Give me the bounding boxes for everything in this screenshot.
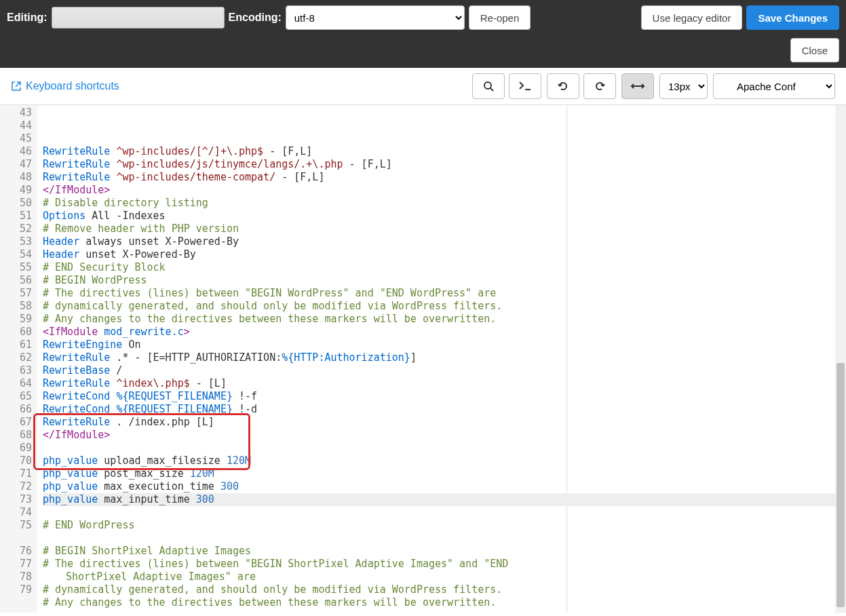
code-line[interactable]: # dynamically generated, and should only… [43,300,846,313]
code-line[interactable]: RewriteCond %{REQUEST_FILENAME} !-d [43,403,846,416]
code-line[interactable]: Options All -Indexes [43,210,846,223]
line-number: 66 [0,403,32,416]
line-number: 73 [0,493,32,506]
code-content[interactable]: RewriteRule ^wp-includes/[^/]+\.php$ - [… [37,105,846,613]
line-number: 51 [0,210,32,223]
code-line[interactable] [43,532,846,545]
code-line[interactable]: php_value upload_max_filesize 120M [43,455,846,467]
code-line[interactable] [43,609,846,613]
code-line[interactable]: # dynamically generated, and should only… [43,583,846,596]
code-line[interactable]: RewriteBase / [43,364,846,377]
line-number: 57 [0,287,32,300]
code-line[interactable]: Header unset X-Powered-By [43,248,846,261]
editor-area: 4344454647484950515253545556575859606162… [0,105,846,613]
code-line[interactable]: # BEGIN WordPress [43,274,846,287]
line-number: 72 [0,480,32,493]
editing-label: Editing: [7,12,47,24]
font-size-select[interactable]: 13px [659,73,708,99]
line-number: 76 [0,545,32,558]
svg-point-0 [484,82,491,89]
code-line[interactable]: php_value max_execution_time 300 [43,480,846,493]
line-number: 50 [0,197,32,210]
terminal-button[interactable] [509,73,541,99]
editor-toolbar: Keyboard shortcuts 13px Apache Conf [0,68,846,105]
code-line[interactable]: # END Security Block [43,261,846,274]
line-number: 65 [0,390,32,403]
code-line[interactable]: php_value post_max_size 120M [43,467,846,480]
header-row2: Close [7,38,839,62]
code-line[interactable]: </IfModule> [43,429,846,442]
keyboard-shortcuts-label: Keyboard shortcuts [26,80,119,92]
save-changes-button[interactable]: Save Changes [746,5,839,30]
line-number: 49 [0,184,32,197]
code-line[interactable]: # BEGIN ShortPixel Adaptive Images [43,545,846,558]
code-line[interactable]: RewriteCond %{REQUEST_FILENAME} !-f [43,390,846,403]
filename-input[interactable] [52,7,225,28]
redo-button[interactable] [583,73,616,99]
line-number: 68 [0,429,32,442]
line-number: 78 [0,571,32,583]
reopen-button[interactable]: Re-open [469,5,531,30]
language-select[interactable]: Apache Conf [713,73,835,99]
line-number: 75 [0,519,32,532]
line-number: 46 [0,145,32,158]
code-line[interactable]: <IfModule mod_rewrite.c> [43,326,846,339]
line-number: 60 [0,326,32,339]
encoding-select[interactable]: utf-8 [286,5,465,30]
code-line[interactable]: RewriteRule ^index\.php$ - [L] [43,377,846,390]
terminal-icon [519,81,531,91]
line-number: 59 [0,313,32,326]
code-line[interactable]: php_value max_input_time 300 [43,493,846,506]
line-number: 67 [0,416,32,429]
editor-header: Editing: Encoding: utf-8 Re-open Use leg… [0,0,846,68]
header-left: Editing: Encoding: utf-8 Re-open [7,5,531,30]
close-button[interactable]: Close [790,38,839,62]
code-line[interactable]: # The directives (lines) between "BEGIN … [43,287,846,300]
code-line[interactable] [43,506,846,519]
code-line[interactable]: RewriteRule .* - [E=HTTP_AUTHORIZATION:%… [43,351,846,364]
code-line[interactable]: Header always unset X-Powered-By [43,235,846,248]
redo-icon [594,81,605,92]
line-number: 61 [0,339,32,351]
code-line[interactable]: RewriteRule ^wp-includes/js/tinymce/lang… [43,158,846,171]
line-number: 64 [0,377,32,390]
vertical-scrollbar[interactable] [835,105,846,613]
line-number: 43 [0,107,32,119]
code-line[interactable] [43,442,846,455]
code-line[interactable]: RewriteEngine On [43,339,846,351]
line-number: 45 [0,132,32,145]
code-line[interactable]: # Remove header with PHP version [43,223,846,235]
line-number: 56 [0,274,32,287]
line-gutter: 4344454647484950515253545556575859606162… [0,105,37,613]
line-number: 69 [0,442,32,455]
undo-icon [558,81,569,92]
code-line[interactable]: # Any changes to the directives between … [43,596,846,609]
arrows-horizontal-icon [631,82,645,90]
code-line[interactable]: # END WordPress [43,519,846,532]
code-line[interactable]: # Disable directory listing [43,197,846,210]
line-number: 52 [0,223,32,235]
keyboard-shortcuts-link[interactable]: Keyboard shortcuts [11,80,119,92]
search-button[interactable] [472,73,505,99]
line-number: 71 [0,467,32,480]
code-line[interactable]: RewriteRule . /index.php [L] [43,416,846,429]
line-number: 54 [0,248,32,261]
code-line[interactable]: # The directives (lines) between "BEGIN … [43,558,846,571]
scrollbar-thumb[interactable] [837,363,845,607]
code-line[interactable]: </IfModule> [43,184,846,197]
undo-button[interactable] [547,73,579,99]
legacy-editor-button[interactable]: Use legacy editor [641,5,743,30]
code-line[interactable]: RewriteRule ^wp-includes/[^/]+\.php$ - [… [43,145,846,158]
line-number: 74 [0,506,32,519]
code-editor[interactable]: 4344454647484950515253545556575859606162… [0,105,846,613]
code-line[interactable]: # Any changes to the directives between … [43,313,846,326]
line-number: 44 [0,119,32,132]
code-line[interactable]: RewriteRule ^wp-includes/theme-compat/ -… [43,171,846,184]
code-line-wrap[interactable]: ShortPixel Adaptive Images" are [43,571,846,583]
line-number: 53 [0,235,32,248]
line-number: 77 [0,558,32,571]
header-right: Use legacy editor Save Changes [641,5,839,30]
line-number: 70 [0,455,32,467]
wrap-toggle-button[interactable] [621,73,654,99]
line-number: 62 [0,351,32,364]
